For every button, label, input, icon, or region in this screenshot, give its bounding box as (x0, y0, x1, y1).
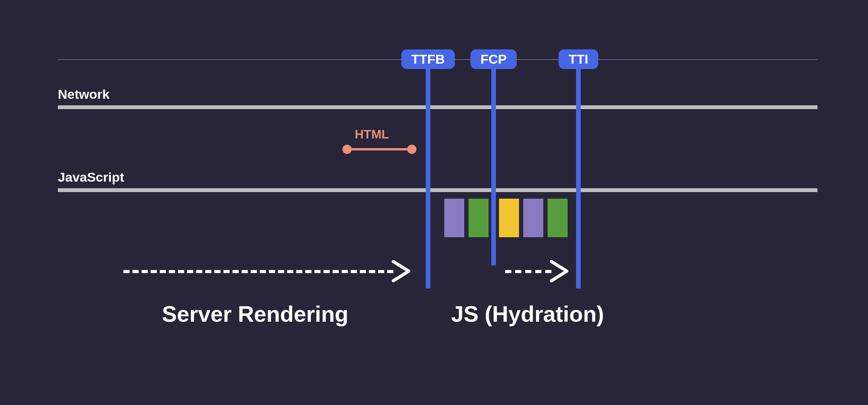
html-segment-start-dot (342, 145, 352, 154)
lane-javascript-label: JavaScript (58, 170, 124, 185)
task-block-1 (444, 199, 464, 237)
phase-server-rendering-label: Server Rendering (162, 301, 349, 327)
badge-fcp: FCP (470, 49, 517, 69)
task-block-3 (499, 199, 519, 237)
arrow-js-hydration (505, 270, 551, 273)
vline-ttfb (426, 69, 430, 289)
task-block-4 (523, 199, 543, 237)
vline-fcp (491, 69, 496, 265)
vline-tti (576, 69, 581, 289)
task-block-5 (548, 199, 568, 237)
task-block-2 (469, 199, 489, 237)
html-segment-bar (347, 148, 412, 150)
html-segment-label: HTML (355, 127, 389, 142)
lane-network-label: Network (58, 87, 110, 102)
badge-tti: TTI (559, 49, 598, 69)
arrow-server-rendering (123, 270, 393, 273)
lane-network-divider (58, 105, 817, 109)
html-segment-end-dot (407, 145, 416, 154)
badge-ttfb: TTFB (401, 49, 455, 69)
arrow-js-hydration-head (548, 258, 575, 285)
lane-javascript-divider (58, 188, 817, 192)
phase-js-hydration-label: JS (Hydration) (451, 301, 604, 327)
arrow-server-rendering-head (389, 258, 416, 285)
